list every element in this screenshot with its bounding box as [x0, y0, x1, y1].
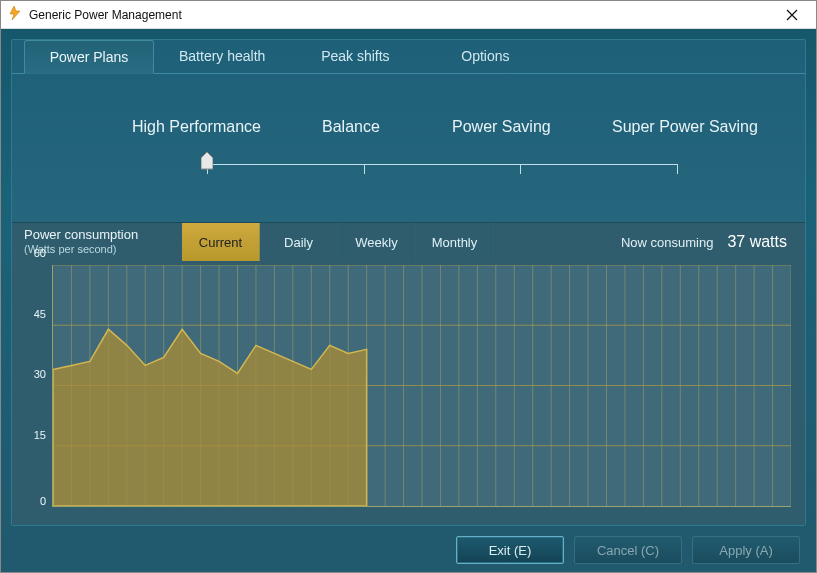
tab-options[interactable]: Options	[420, 39, 550, 73]
app-icon	[7, 5, 23, 24]
chart-plot	[52, 265, 791, 507]
chart-y-tick-label: 60	[34, 247, 46, 259]
footer-buttons: Exit (E) Cancel (C) Apply (A)	[11, 536, 806, 564]
tab-battery-health[interactable]: Battery health	[154, 39, 290, 73]
consumption-header: Power consumption (Watts per second) Cur…	[12, 223, 805, 261]
slider-track	[207, 164, 677, 165]
mode-high-performance[interactable]: High Performance	[132, 118, 322, 136]
now-consuming: Now consuming 37 watts	[621, 233, 805, 251]
slider-tick	[364, 164, 365, 174]
chart-area: 015304560	[12, 261, 805, 525]
period-tab-current[interactable]: Current	[182, 223, 260, 261]
tab-peak-shifts[interactable]: Peak shifts	[290, 39, 420, 73]
chart-y-tick-label: 15	[34, 429, 46, 441]
consumption-panel: Power consumption (Watts per second) Cur…	[12, 222, 805, 525]
mode-super-power-saving[interactable]: Super Power Saving	[612, 118, 758, 136]
period-tab-monthly[interactable]: Monthly	[416, 223, 494, 261]
chart-y-tick-label: 0	[40, 495, 46, 507]
close-button[interactable]	[770, 2, 814, 28]
close-icon	[786, 9, 798, 21]
consumption-subtitle: (Watts per second)	[24, 243, 182, 256]
power-mode-slider[interactable]	[207, 154, 677, 178]
slider-tick	[520, 164, 521, 174]
period-tab-weekly[interactable]: Weekly	[338, 223, 416, 261]
mode-power-saving[interactable]: Power Saving	[452, 118, 612, 136]
now-consuming-label: Now consuming	[621, 235, 714, 250]
exit-button[interactable]: Exit (E)	[456, 536, 564, 564]
titlebar: Generic Power Management	[1, 1, 816, 29]
slider-tick	[677, 164, 678, 174]
cancel-button: Cancel (C)	[574, 536, 682, 564]
power-modes-block: High Performance Balance Power Saving Su…	[12, 74, 805, 222]
period-tab-daily[interactable]: Daily	[260, 223, 338, 261]
consumption-title: Power consumption	[24, 228, 182, 243]
tab-content: High Performance Balance Power Saving Su…	[12, 73, 805, 525]
main-panel: Power Plans Battery health Peak shifts O…	[11, 39, 806, 526]
tab-power-plans[interactable]: Power Plans	[24, 40, 154, 74]
window-title: Generic Power Management	[29, 8, 770, 22]
chart-y-axis: 015304560	[22, 265, 52, 507]
chart-y-tick-label: 45	[34, 308, 46, 320]
app-window: Generic Power Management Power Plans Bat…	[0, 0, 817, 573]
chart-y-tick-label: 30	[34, 368, 46, 380]
slider-thumb[interactable]	[201, 152, 213, 170]
power-mode-labels: High Performance Balance Power Saving Su…	[42, 118, 775, 136]
apply-button: Apply (A)	[692, 536, 800, 564]
top-tabs: Power Plans Battery health Peak shifts O…	[12, 39, 805, 73]
mode-balance[interactable]: Balance	[322, 118, 452, 136]
content-area: Power Plans Battery health Peak shifts O…	[1, 29, 816, 572]
now-consuming-value: 37 watts	[727, 233, 787, 251]
slider-thumb-icon	[201, 152, 213, 170]
period-tabs: Current Daily Weekly Monthly	[182, 223, 494, 261]
